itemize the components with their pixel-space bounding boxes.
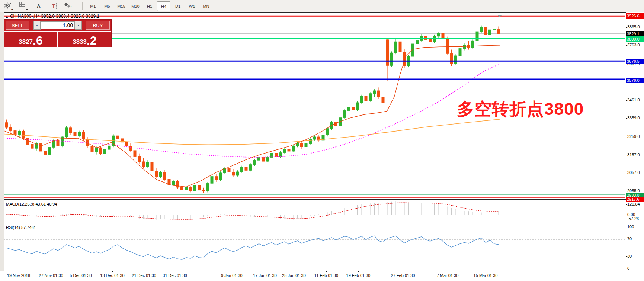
volume-decrease-button[interactable]: ▼ [33, 21, 41, 30]
axis-tick-label: 30 [627, 254, 632, 258]
axis-price-chip: 2917.6 [626, 197, 644, 202]
axis-tick-label: 3461.0 [627, 98, 640, 102]
trade-panel-top-row: SELL ▼ ▲ BUY [4, 20, 111, 31]
buy-button[interactable]: BUY [86, 21, 110, 30]
axis-price-chip: 3926.6 [626, 13, 644, 19]
buy-price-frac: .2 [87, 36, 97, 46]
axis-price-chip: 3829.1 [626, 31, 644, 37]
macd-histogram [7, 201, 499, 220]
axis-tick-label: 3157.0 [627, 152, 640, 157]
sell-price-box[interactable]: 3827 .6 [4, 32, 58, 47]
axis-tick-label: 121.84 [627, 202, 640, 206]
mt4-chart-window: E F A T ▾ M1M5M15M30H1H4D [0, 0, 644, 281]
axis-tick-label: 100 [627, 225, 634, 229]
sell-price-frac: .6 [33, 36, 43, 46]
chart-annotation: 多空转折点3800 [457, 100, 584, 119]
rsi-layer [4, 236, 626, 260]
axis-tick-label: 3763.0 [627, 43, 640, 47]
macd-indicator-label: MACD(12,26,9) 43.61 40.94 [6, 202, 57, 206]
sell-price-int: 3827 [19, 39, 33, 45]
axis-price-chip: 3576.0 [626, 78, 644, 83]
trade-panel-prices: 3827 .6 3833 .2 [4, 31, 111, 47]
chart-title: ▲CHINA300-,H4 3852.0 3868.4 3825.8 3829.… [5, 14, 99, 19]
axis-tick-label: -57.26 [627, 216, 639, 221]
axis-tick-label: 3057.0 [627, 170, 640, 175]
axis-tick-label: 3359.0 [627, 116, 640, 120]
volume-input[interactable] [41, 21, 75, 29]
axis-tick-label: 3259.0 [627, 134, 640, 139]
volume-increase-button[interactable]: ▲ [75, 21, 82, 30]
axis-price-chip: 3676.5 [626, 59, 644, 64]
macd-layer [7, 201, 499, 220]
one-click-trade-panel: SELL ▼ ▲ BUY 3827 .6 3833 .2 [4, 20, 111, 47]
candlestick-series [5, 26, 500, 193]
rsi-indicator-label: RSI(14) 57.7461 [6, 225, 36, 230]
chart-title-text: CHINA300-,H4 3852.0 3868.4 3825.8 3829.1 [10, 14, 99, 19]
ma-fast-line [4, 45, 500, 187]
axis-price-chip: 3800.0 [626, 36, 644, 42]
axis-tick-label: 0 [627, 266, 629, 271]
axis-tick-label: 70 [627, 236, 632, 241]
symbol-marker-icon: ▲ [5, 15, 9, 19]
rsi-line [7, 236, 499, 260]
axis-tick-label: 3865.0 [627, 25, 640, 29]
sell-button[interactable]: SELL [6, 21, 29, 30]
chart-shift-marker-icon[interactable] [497, 15, 502, 17]
buy-price-box[interactable]: 3833 .2 [58, 32, 111, 47]
ma-mid-line [4, 64, 500, 157]
macd-signal-line [7, 203, 499, 219]
buy-price-int: 3833 [73, 39, 87, 45]
